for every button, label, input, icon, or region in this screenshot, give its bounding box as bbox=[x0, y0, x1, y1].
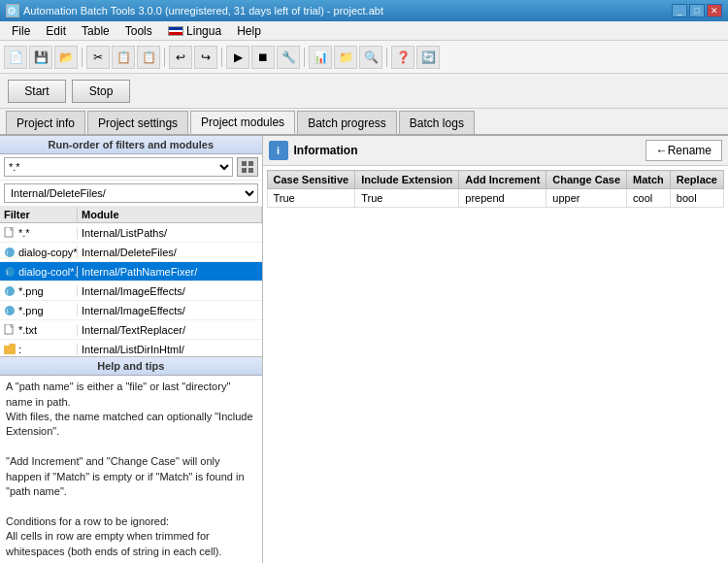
modules-list: *.* Internal/ListPaths/ i dialog-copy*.p… bbox=[0, 223, 262, 356]
image-icon-1: i bbox=[4, 285, 16, 297]
help-header: Help and tips bbox=[0, 357, 262, 376]
information-label: Information bbox=[294, 144, 358, 157]
menu-table[interactable]: Table bbox=[74, 22, 117, 40]
toolbar-sep-2 bbox=[164, 48, 165, 67]
info-icon: i bbox=[269, 141, 288, 160]
action-bar: Start Stop bbox=[0, 74, 728, 109]
path-row: Internal/DeleteFiles/ bbox=[0, 181, 262, 207]
copy-button[interactable]: 📋 bbox=[112, 46, 135, 69]
table-row[interactable]: *.* Internal/ListPaths/ bbox=[0, 223, 262, 243]
menu-bar: File Edit Table Tools Lingua Help bbox=[0, 21, 728, 41]
toolbar-sep-4 bbox=[304, 48, 305, 67]
maximize-button[interactable]: □ bbox=[689, 4, 705, 17]
image-cool-icon: i bbox=[4, 266, 16, 278]
title-text: Automation Batch Tools 3.0.0 (unregister… bbox=[23, 5, 383, 17]
start-button[interactable]: Start bbox=[8, 80, 66, 103]
help-text: A "path name" is either a "file" or last… bbox=[0, 376, 262, 563]
table-row[interactable]: True True prepend upper cool bool bbox=[267, 189, 724, 208]
svg-rect-0 bbox=[242, 161, 247, 166]
grid-icon bbox=[242, 161, 253, 173]
cell-change-case: upper bbox=[546, 189, 627, 208]
image-icon-2: i bbox=[4, 305, 16, 316]
svg-rect-1 bbox=[248, 161, 253, 166]
run-button[interactable]: ▶ bbox=[226, 46, 249, 69]
col-case-sensitive: Case Sensitive bbox=[267, 171, 355, 189]
cell-replace: bool bbox=[670, 189, 723, 208]
grid-header-row: Case Sensitive Include Extension Add Inc… bbox=[267, 171, 724, 189]
filter-row: *.* bbox=[0, 154, 262, 181]
right-panel: i Information ← Rename Case Sensitive In… bbox=[263, 136, 729, 563]
rename-tab-label: Rename bbox=[668, 144, 711, 157]
toolbar-sep-3 bbox=[221, 48, 222, 67]
tab-batch-logs[interactable]: Batch logs bbox=[399, 111, 475, 134]
tabs-bar: Project info Project settings Project mo… bbox=[0, 109, 728, 136]
left-panel: Run-order of filters and modules *.* Int… bbox=[0, 136, 263, 563]
chart-button[interactable]: 📊 bbox=[309, 46, 332, 69]
rename-grid: Case Sensitive Include Extension Add Inc… bbox=[267, 170, 725, 208]
app-icon: ⚙ bbox=[6, 4, 19, 17]
title-bar: ⚙ Automation Batch Tools 3.0.0 (unregist… bbox=[0, 0, 728, 21]
undo-button[interactable]: ↩ bbox=[169, 46, 192, 69]
main-content: Run-order of filters and modules *.* Int… bbox=[0, 136, 728, 563]
rename-tab[interactable]: ← Rename bbox=[645, 140, 722, 161]
tab-project-settings[interactable]: Project settings bbox=[87, 111, 188, 134]
menu-help[interactable]: Help bbox=[229, 22, 269, 40]
help-button[interactable]: ❓ bbox=[391, 46, 414, 69]
open-button[interactable]: 📂 bbox=[54, 46, 78, 69]
menu-edit[interactable]: Edit bbox=[38, 22, 74, 40]
menu-lingua[interactable]: Lingua bbox=[160, 22, 229, 40]
cut-button[interactable]: ✂ bbox=[86, 46, 110, 69]
path-select[interactable]: Internal/DeleteFiles/ bbox=[4, 183, 258, 203]
tab-project-info[interactable]: Project info bbox=[6, 111, 85, 134]
table-row[interactable]: i dialog-copy*.png Internal/DeleteFiles/ bbox=[0, 243, 262, 262]
table-row[interactable]: i dialog-cool*.png Internal/PathNameFixe… bbox=[0, 262, 262, 282]
close-button[interactable]: ✕ bbox=[707, 4, 722, 17]
minimize-button[interactable]: _ bbox=[672, 4, 687, 17]
filter-action-button[interactable] bbox=[237, 157, 258, 177]
col-replace: Replace bbox=[670, 171, 723, 189]
menu-file[interactable]: File bbox=[4, 22, 38, 40]
toolbar: 📄 💾 📂 ✂ 📋 📋 ↩ ↪ ▶ ⏹ 🔧 📊 📁 🔍 ❓ 🔄 bbox=[0, 41, 728, 74]
folder-icon bbox=[4, 344, 16, 355]
cell-include-extension: True bbox=[355, 189, 459, 208]
table-row[interactable]: *.txt Internal/TextReplacer/ bbox=[0, 320, 262, 340]
settings-button[interactable]: 🔧 bbox=[277, 46, 300, 69]
window-controls: _ □ ✕ bbox=[672, 4, 722, 17]
svg-rect-2 bbox=[242, 168, 247, 173]
new-button[interactable]: 📄 bbox=[4, 46, 27, 69]
module-column-headers: Filter Module bbox=[0, 207, 262, 223]
refresh-button[interactable]: 🔄 bbox=[416, 46, 440, 69]
col-include-extension: Include Extension bbox=[355, 171, 459, 189]
arrow-icon: ← bbox=[656, 144, 668, 157]
save-button[interactable]: 💾 bbox=[29, 46, 52, 69]
lingua-flag-icon bbox=[168, 26, 183, 36]
toolbar-sep-5 bbox=[386, 48, 387, 67]
grid-container: Case Sensitive Include Extension Add Inc… bbox=[263, 166, 729, 212]
file-icon bbox=[4, 227, 16, 239]
cell-match: cool bbox=[627, 189, 671, 208]
col-match: Match bbox=[627, 171, 671, 189]
toolbar-sep-1 bbox=[82, 48, 83, 67]
paste-button[interactable]: 📋 bbox=[137, 46, 160, 69]
stop-button[interactable]: ⏹ bbox=[251, 46, 275, 69]
redo-button[interactable]: ↪ bbox=[194, 46, 217, 69]
search-button[interactable]: 🔍 bbox=[359, 46, 382, 69]
help-section: Help and tips A "path name" is either a … bbox=[0, 356, 262, 563]
table-row[interactable]: : Internal/ListDirInHtml/ bbox=[0, 340, 262, 356]
table-row[interactable]: i *.png Internal/ImageEffects/ bbox=[0, 282, 262, 301]
table-row[interactable]: i *.png Internal/ImageEffects/ bbox=[0, 301, 262, 320]
menu-tools[interactable]: Tools bbox=[117, 22, 160, 40]
col-change-case: Change Case bbox=[546, 171, 627, 189]
stop-button-action[interactable]: Stop bbox=[72, 80, 130, 103]
col-add-increment: Add Increment bbox=[459, 171, 546, 189]
tab-project-modules[interactable]: Project modules bbox=[190, 111, 295, 134]
folder-button[interactable]: 📁 bbox=[334, 46, 357, 69]
run-order-header: Run-order of filters and modules bbox=[0, 136, 262, 154]
tab-batch-progress[interactable]: Batch progress bbox=[297, 111, 397, 134]
image-copy-icon: i bbox=[4, 247, 16, 258]
filter-column-header: Filter bbox=[0, 207, 78, 222]
cell-case-sensitive: True bbox=[267, 189, 355, 208]
info-header: i Information ← Rename bbox=[263, 136, 729, 166]
filter-select[interactable]: *.* bbox=[4, 157, 233, 177]
module-column-header: Module bbox=[78, 207, 262, 222]
